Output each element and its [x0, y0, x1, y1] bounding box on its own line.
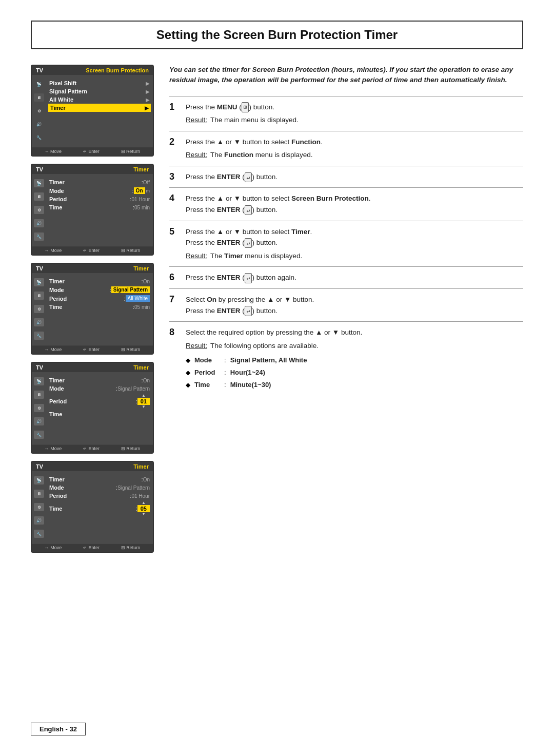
enter-symbol-7: ↵: [245, 306, 252, 316]
enter-symbol-6: ↵: [245, 273, 252, 283]
tools-icon: 🔧: [34, 133, 44, 142]
panel5-row4: Time : ▲ 05 ▼: [49, 500, 150, 517]
return-icon-1: ⊞: [121, 149, 125, 154]
panel3-footer: ↔ Move ↵ Enter ⊞ Return: [32, 345, 153, 354]
screen-icon: 🖥: [34, 93, 44, 102]
tv-icons-1: 📡 🖥 ⚙ 🔊 🔧: [32, 77, 46, 145]
enter-symbol-3: ↵: [245, 172, 252, 183]
step-8: 8 Select the required option by pressing…: [169, 321, 523, 397]
tv-label-3: TV: [36, 265, 43, 272]
step5-result: Result: The Timer menu is displayed.: [186, 250, 523, 262]
panel1-title: Screen Burn Protection: [43, 67, 149, 73]
panel2-row3: Period : 01 Hour: [49, 195, 150, 203]
option-time: ◆ Time : Minute(1~30): [186, 380, 523, 391]
icon2-5: 🔧: [34, 232, 44, 241]
panel4-row2: Mode : Signal Pattern: [49, 384, 150, 393]
tv-panel-4: TV Timer 📡 🖥 ⚙ 🔊 🔧 Timer : On: [31, 362, 154, 454]
option-period: ◆ Period : Hour(1~24): [186, 367, 523, 378]
step-num-6: 6: [169, 272, 180, 283]
time-spinner: ▲ 05 ▼: [137, 501, 150, 516]
page-number: English - 32: [39, 725, 77, 733]
step-num-4: 4: [169, 193, 180, 204]
panel3-menu: Timer : On Mode : Signal Pattern Period …: [46, 275, 153, 343]
step-body-2: Press the ▲ or ▼ button to select Functi…: [186, 137, 523, 161]
tv-icons-2: 📡 🖥 ⚙ 🔊 🔧: [32, 176, 46, 244]
panel1-row1: Pixel Shift ▶: [49, 79, 150, 87]
step-3: 3 Press the ENTER (↵) button.: [169, 166, 523, 188]
icon3-3: ⚙: [34, 305, 44, 313]
tv-icons-5: 📡 🖥 ⚙ 🔊 🔧: [32, 473, 46, 541]
enter-symbol-4: ↵: [245, 205, 252, 216]
panel5-title: Timer: [43, 463, 149, 470]
time-spinner-down: ▼: [142, 512, 146, 516]
panel3-row4: Time : 05 min: [49, 303, 150, 311]
icon4-5: 🔧: [34, 431, 44, 439]
tv-label-4: TV: [36, 364, 43, 371]
step-body-6: Press the ENTER (↵) button again.: [186, 272, 523, 283]
step-body-7: Select On by pressing the ▲ or ▼ button.…: [186, 294, 523, 316]
icon5-2: 🖥: [34, 490, 44, 498]
step-body-4: Press the ▲ or ▼ button to select Screen…: [186, 193, 523, 215]
icon4-3: ⚙: [34, 404, 44, 412]
page-title: Setting the Screen Burn Protection Timer: [44, 28, 510, 42]
panel1-footer: ↔ Move ↵ Enter ⊞ Return: [32, 147, 153, 156]
step2-result: Result: The Function menu is displayed.: [186, 149, 523, 161]
menu-button-symbol: ⊞: [242, 102, 249, 112]
panel3-row1: Timer : On: [49, 277, 150, 285]
icon2-1: 📡: [34, 179, 44, 187]
panel5-footer: ↔ Move ↵ Enter ⊞ Return: [32, 543, 153, 552]
move-icon-1: ↔: [45, 149, 49, 154]
gear-icon-1: ⚙: [34, 107, 44, 115]
step-body-5: Press the ▲ or ▼ button to select Timer.…: [186, 226, 523, 262]
spinner-down-arrow: ▼: [142, 405, 146, 409]
step-5: 5 Press the ▲ or ▼ button to select Time…: [169, 221, 523, 267]
step-4: 4 Press the ▲ or ▼ button to select Scre…: [169, 187, 523, 220]
tv-panel-2: TV Timer 📡 🖥 ⚙ 🔊 🔧 Timer : Off: [31, 164, 154, 256]
tv-panel-5: TV Timer 📡 🖥 ⚙ 🔊 🔧 Timer : On: [31, 461, 154, 553]
step-2: 2 Press the ▲ or ▼ button to select Func…: [169, 131, 523, 166]
panel2-menu: Timer : Off Mode : On m Period : 01 Hour: [46, 176, 153, 244]
time-spinner-up: ▲: [142, 501, 146, 505]
intro-paragraph: You can set the timer for Screen Burn Pr…: [169, 65, 523, 86]
options-list: ◆ Mode : Signal Pattern, All White ◆ Per…: [186, 355, 523, 390]
panel1-row2: Signal Pattern ▶: [49, 87, 150, 95]
panel5-row1: Timer : On: [49, 475, 150, 483]
icon4-4: 🔊: [34, 417, 44, 425]
panel2-row1: Timer : Off: [49, 178, 150, 186]
panel4-row4: Time: [49, 410, 150, 418]
tv-icons-4: 📡 🖥 ⚙ 🔊 🔧: [32, 374, 46, 442]
speaker-icon: 🔊: [34, 120, 44, 128]
icon3-4: 🔊: [34, 318, 44, 326]
icon2-3: ⚙: [34, 206, 44, 214]
tv-panel-1: TV Screen Burn Protection 📡 🖥 ⚙ 🔊 🔧 Pixe…: [31, 65, 154, 157]
panel5-menu: Timer : On Mode : Signal Pattern Period …: [46, 473, 153, 541]
icon5-5: 🔧: [34, 530, 44, 538]
panel3-row2: Mode : Signal Pattern: [49, 285, 150, 294]
icon5-1: 📡: [34, 476, 44, 484]
panel2-footer: ↔ Move ↵ Enter ⊞ Return: [32, 246, 153, 255]
panel3-title: Timer: [43, 265, 149, 272]
panel1-menu: Pixel Shift ▶ Signal Pattern ▶ All White…: [46, 77, 153, 145]
option-mode: ◆ Mode : Signal Pattern, All White: [186, 355, 523, 366]
tv-icons-3: 📡 🖥 ⚙ 🔊 🔧: [32, 275, 46, 343]
step-num-2: 2: [169, 137, 180, 147]
page-footer: English - 32: [31, 723, 86, 735]
tv-label-2: TV: [36, 166, 43, 172]
panel1-row3: All White ▶: [49, 95, 150, 104]
step-body-1: Press the MENU (⊞) button. Result: The m…: [186, 102, 523, 126]
step-num-5: 5: [169, 226, 180, 237]
panel4-footer: ↔ Move ↵ Enter ⊞ Return: [32, 444, 153, 453]
step-6: 6 Press the ENTER (↵) button again.: [169, 266, 523, 288]
panel2-title: Timer: [43, 166, 149, 172]
spinner-up-arrow: ▲: [142, 394, 146, 398]
panel4-row3: Period : ▲ 01 ▼: [49, 393, 150, 410]
icon3-5: 🔧: [34, 332, 44, 340]
panel4-title: Timer: [43, 364, 149, 371]
panel2-row4: Time : 05 min: [49, 203, 150, 211]
icon2-4: 🔊: [34, 219, 44, 227]
steps-list: 1 Press the MENU (⊞) button. Result: The…: [169, 96, 523, 397]
icon3-1: 📡: [34, 278, 44, 286]
icon5-3: ⚙: [34, 503, 44, 511]
antenna-icon: 📡: [34, 80, 44, 88]
enter-icon-1: ↵: [83, 149, 87, 154]
